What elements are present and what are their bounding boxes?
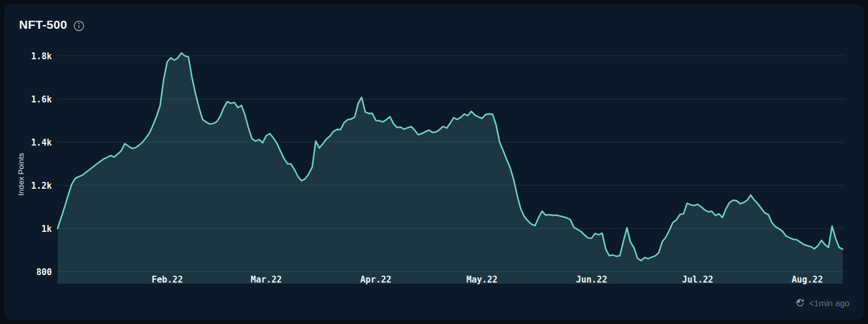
y-tick-label: 1.4k [31,138,52,148]
last-updated-label: <1min ago [809,298,850,308]
x-tick-label: Jul.22 [682,275,713,285]
page-title: NFT-500 [19,18,67,32]
info-icon[interactable] [73,20,85,32]
x-tick-label: Jun.22 [576,275,607,285]
series-area-fill [58,53,843,284]
x-tick-label: Apr.22 [360,275,391,285]
x-tick-label: Mar.22 [251,275,282,285]
x-tick-label: Aug.22 [792,275,823,285]
dashboard-background: { "header": { "title": "NFT-500", "info_… [0,0,868,324]
nft-500-area-chart[interactable]: 1.8k1.6k1.4k1.2k1k800Feb.22Mar.22Apr.22M… [0,0,868,324]
history-clock-icon [795,298,805,308]
y-tick-label: 1.2k [31,181,52,191]
x-tick-label: May.22 [467,275,498,285]
y-tick-label: 1.6k [31,94,52,105]
x-tick-label: Feb.22 [151,275,183,285]
y-tick-label: 1k [41,224,52,234]
y-tick-label: 800 [36,267,52,277]
y-tick-label: 1.8k [31,51,52,62]
last-updated: <1min ago [795,296,850,309]
y-axis-title: Index Points [17,153,25,196]
